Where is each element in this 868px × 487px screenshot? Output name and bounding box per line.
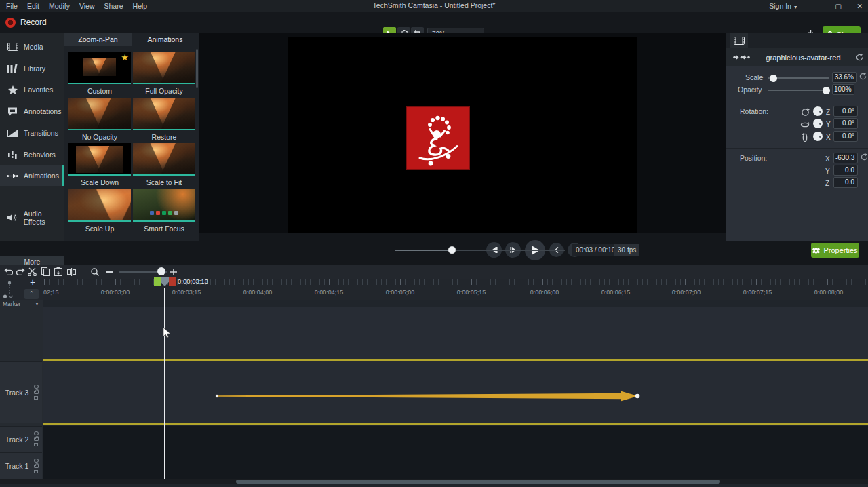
track2-controls[interactable] <box>34 431 42 447</box>
sidebar-item-audio-effects[interactable]: Audio Effects <box>0 208 64 228</box>
marker-caret-icon: ▼ <box>35 300 39 307</box>
eye-icon[interactable] <box>34 385 39 389</box>
scale-reset-icon[interactable] <box>859 73 867 80</box>
behaviors-icon <box>7 151 18 159</box>
rotate-x-knob[interactable] <box>813 132 823 141</box>
record-button[interactable]: Record <box>5 15 47 30</box>
tab-animations[interactable]: Animations <box>132 33 199 46</box>
animation-thumb-scale-down[interactable]: Scale Down <box>68 143 131 187</box>
scrub-slider-thumb[interactable] <box>448 246 456 254</box>
animation-thumb-scale-up[interactable]: Scale Up <box>68 189 131 233</box>
playhead-head[interactable] <box>161 277 169 286</box>
animation-thumb-full-opacity[interactable]: Full Opacity <box>133 52 195 95</box>
playhead-out-handle[interactable] <box>169 277 176 286</box>
sign-in-button[interactable]: Sign In ▼ <box>769 2 798 10</box>
rotate-z-icon <box>801 108 810 117</box>
track1-controls[interactable] <box>34 459 42 474</box>
sidebar-item-behaviors[interactable]: Behaviors <box>0 144 64 165</box>
sidebar-item-library[interactable]: Library <box>0 58 64 79</box>
rotation-x-input[interactable]: 0.0° <box>833 131 858 142</box>
quiz-toggle[interactable] <box>3 280 14 299</box>
sidebar-item-transitions[interactable]: Transitions <box>0 123 64 143</box>
animation-thumb-scale-to-fit[interactable]: Scale to Fit <box>133 143 195 187</box>
favorite-star-icon: ★ <box>121 52 129 62</box>
app-toolbar: Record 76% ▼ Share <box>0 12 868 33</box>
timeline-zoom-icon <box>89 266 101 277</box>
graphicious-logo[interactable] <box>406 106 470 170</box>
track3-clip-selected[interactable] <box>43 359 868 425</box>
animation-thumb-restore[interactable]: Restore <box>133 98 195 141</box>
split-button[interactable] <box>65 266 77 277</box>
eye-icon[interactable] <box>34 431 39 435</box>
animation-arrow[interactable] <box>203 389 651 404</box>
properties-tab-strip <box>726 33 868 48</box>
eye-icon[interactable] <box>34 459 39 463</box>
track3-header[interactable]: Track 3 <box>0 361 42 423</box>
hscrollbar-thumb[interactable] <box>236 480 720 484</box>
track-options-icon[interactable] <box>34 470 38 473</box>
panel-scrollbar[interactable] <box>196 49 198 88</box>
track2-header[interactable]: Track 2 <box>0 426 42 452</box>
opacity-value-input[interactable]: 100% <box>832 84 854 95</box>
timeline: + ⌃ Marker ▼ 02;15 0:00:03;00 0:00:03;15… <box>0 279 868 487</box>
sidebar-item-annotations[interactable]: Annotations <box>0 101 64 121</box>
lock-icon[interactable] <box>34 391 39 394</box>
preview-canvas[interactable] <box>288 37 637 233</box>
playhead-in-handle[interactable] <box>154 277 161 286</box>
animations-panel: Zoom-n-Pan Animations ★ Custom Full Opac… <box>64 33 199 241</box>
sidebar-item-animations[interactable]: Animations <box>0 165 64 186</box>
tab-zoom-n-pan[interactable]: Zoom-n-Pan <box>64 33 132 46</box>
animation-thumb-smart-focus[interactable]: Smart Focus <box>133 189 195 233</box>
sidebar-item-favorites[interactable]: Favorites <box>0 79 64 100</box>
paste-button[interactable] <box>52 266 64 277</box>
properties-button[interactable]: Properties <box>811 243 859 258</box>
playhead[interactable] <box>154 277 176 286</box>
timeline-toolbar <box>0 265 868 279</box>
maximize-button[interactable]: ▢ <box>835 2 842 10</box>
add-track-button[interactable]: + <box>27 277 38 288</box>
timeline-zoom-thumb[interactable] <box>157 267 165 275</box>
rotate-z-knob[interactable] <box>813 106 823 116</box>
position-y-input[interactable]: 0.0 <box>833 165 858 176</box>
ruler-label: 0:00:06;00 <box>528 289 561 296</box>
track2-content[interactable] <box>43 426 868 452</box>
scale-value-input[interactable]: 33.6% <box>832 72 857 83</box>
rotate-y-knob[interactable] <box>813 119 823 128</box>
opacity-slider-thumb[interactable] <box>823 87 830 94</box>
opacity-slider-track[interactable] <box>768 90 829 91</box>
menubar: File Edit Modify View Share Help TechSmi… <box>0 0 868 12</box>
track-options-icon[interactable] <box>34 396 38 400</box>
animation-thumb-no-opacity[interactable]: No Opacity <box>68 98 131 141</box>
track-options-icon[interactable] <box>34 443 38 446</box>
lock-icon[interactable] <box>34 465 39 468</box>
reset-all-icon[interactable] <box>856 54 863 61</box>
scale-label: Scale <box>745 73 763 81</box>
position-z-input[interactable]: 0.0 <box>833 177 858 188</box>
lock-icon[interactable] <box>34 437 39 441</box>
copy-button[interactable] <box>39 266 52 277</box>
minimize-button[interactable]: — <box>813 2 821 10</box>
timeline-zoom-in-button[interactable] <box>167 266 180 277</box>
scrub-slider-track[interactable] <box>395 250 565 251</box>
rotation-z-input[interactable]: 0.0° <box>833 106 858 117</box>
rotate-x-icon <box>802 133 808 142</box>
track1-header[interactable]: Track 1 <box>0 452 42 479</box>
sidebar-item-media[interactable]: Media <box>0 37 64 57</box>
scale-slider-track[interactable] <box>768 77 829 79</box>
tab-visual-properties[interactable] <box>730 33 748 48</box>
position-reset-icon[interactable] <box>861 153 868 161</box>
undo-button[interactable] <box>2 266 14 277</box>
animation-thumb-custom[interactable]: ★ Custom <box>68 52 131 95</box>
playhead-time-label: 0:00:03;13 <box>178 277 208 285</box>
track1-content[interactable] <box>43 452 868 479</box>
track3-controls[interactable] <box>34 385 42 400</box>
timeline-zoom-out-button[interactable] <box>104 266 116 277</box>
cut-button[interactable] <box>26 266 38 277</box>
position-x-input[interactable]: -630.3 <box>833 153 858 163</box>
redo-button[interactable] <box>14 266 26 277</box>
rotation-y-input[interactable]: 0.0° <box>833 118 858 129</box>
scale-slider-thumb[interactable] <box>770 75 777 82</box>
timeline-hscrollbar[interactable] <box>0 479 868 484</box>
marker-dropdown[interactable]: Marker ▼ <box>0 300 43 307</box>
close-button[interactable]: ✕ <box>856 2 863 10</box>
